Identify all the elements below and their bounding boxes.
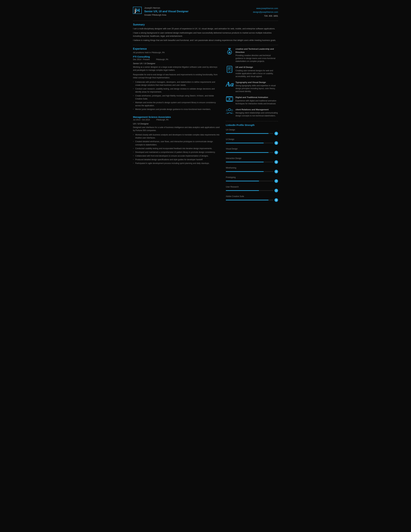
svg-rect-14 bbox=[227, 96, 228, 97]
job-fti-desc1: Working as a senior designer on a large-… bbox=[133, 66, 221, 72]
bar-row-2: Visual Design 9 bbox=[226, 148, 278, 154]
job-fti-bullet-0: Collaborate with product managers, devel… bbox=[133, 81, 221, 87]
header-right: www.josephherron.com design@josephherron… bbox=[253, 6, 278, 18]
bar-track-7: 9 bbox=[226, 198, 278, 202]
summary-text-1: I am a multi-disciplinary designer with … bbox=[133, 27, 278, 30]
job-msa-desc1: Designed user interfaces for a suite of … bbox=[133, 126, 221, 132]
bar-track-5: 7 bbox=[226, 179, 278, 183]
job-msa-bullet-3: Developed and maintained a comprehensive… bbox=[133, 151, 221, 154]
bar-badge-0: 9 bbox=[274, 132, 278, 135]
resume-page: jH Joseph Herron Senior UX, UI and Visua… bbox=[128, 0, 283, 211]
svg-rect-21 bbox=[231, 100, 232, 101]
job-fti-desc2: Responsible for end-to-end design of new… bbox=[133, 73, 221, 79]
bar-fill-4 bbox=[226, 171, 264, 172]
bar-badge-3: 8 bbox=[274, 160, 278, 164]
bar-fill-3 bbox=[226, 162, 264, 162]
skill-client: client Relations and Management Managing… bbox=[226, 108, 278, 117]
svg-rect-20 bbox=[230, 100, 230, 101]
header-location: Greater Pittsburgh Area bbox=[144, 14, 188, 16]
job-msa-company[interactable]: Management Science Associates bbox=[133, 116, 221, 118]
bar-label-2: Visual Design bbox=[226, 148, 278, 150]
header-divider bbox=[133, 21, 278, 21]
bar-fill-0 bbox=[226, 133, 269, 134]
job-msa-role: UX / UI Designer bbox=[133, 123, 221, 125]
bar-label-6: User Research bbox=[226, 186, 278, 188]
film-icon bbox=[226, 96, 233, 104]
bar-row-5: Prototyping 7 bbox=[226, 176, 278, 183]
job-fti: FTI Consulting Dec 2014 - Present Pittsb… bbox=[133, 55, 221, 111]
bar-fill-5 bbox=[226, 181, 259, 181]
svg-rect-4 bbox=[228, 48, 231, 49]
job-fti-meta: Dec 2014 - Present Pittsburgh, PA bbox=[133, 58, 221, 61]
summary-title: Summary bbox=[133, 23, 278, 26]
right-column: creative and Technical Leadership and Di… bbox=[226, 48, 278, 205]
bar-row-3: Interaction Design 8 bbox=[226, 157, 278, 164]
skill-ux: UX and UI Design Creating user-centered … bbox=[226, 66, 278, 78]
bar-label-7: Adobe Creative Suite bbox=[226, 195, 278, 198]
bar-track-1: 8 bbox=[226, 141, 278, 145]
job-fti-company[interactable]: FTI Consulting bbox=[133, 55, 221, 58]
bar-row-0: UX Design 9 bbox=[226, 129, 278, 135]
bars-title: LinkedIn Profile Strength bbox=[226, 124, 278, 126]
header-email[interactable]: design@josephherron.com bbox=[253, 10, 278, 14]
job-msa-bullet-2: Conducted usability testing and incorpor… bbox=[133, 147, 221, 150]
skill-leadership-desc: Providing creative direction and technic… bbox=[235, 54, 278, 63]
skill-animation-text: Digital and Traditional Animation Experi… bbox=[235, 96, 278, 105]
bars-section: LinkedIn Profile Strength UX Design 9 UI… bbox=[226, 124, 278, 202]
summary-text-3: I believe in making things that are both… bbox=[133, 39, 278, 42]
skill-client-desc: Managing client relationships and commun… bbox=[235, 111, 278, 117]
header-website[interactable]: www.josephherron.com bbox=[253, 6, 278, 10]
bar-track-0: 9 bbox=[226, 132, 278, 135]
bar-badge-6: 7 bbox=[274, 189, 278, 192]
skill-ux-title: UX and UI Design bbox=[235, 66, 278, 69]
bar-fill-2 bbox=[226, 152, 269, 153]
skill-ux-desc: Creating user-centered designs for web a… bbox=[235, 69, 278, 78]
svg-rect-19 bbox=[228, 100, 229, 101]
main-layout: Experience All positions held in Pittsbu… bbox=[133, 48, 278, 205]
header-left: jH Joseph Herron Senior UX, UI and Visua… bbox=[133, 6, 188, 16]
logo-j: j bbox=[135, 7, 136, 13]
svg-rect-15 bbox=[228, 96, 229, 97]
job-msa-meta: Jul 2013 - Oct 2014 Pittsburgh, PA bbox=[133, 119, 221, 121]
bar-track-2: 9 bbox=[226, 151, 278, 154]
header: jH Joseph Herron Senior UX, UI and Visua… bbox=[133, 6, 278, 18]
job-msa-bullet-4: Collaborated with front-end developers t… bbox=[133, 154, 221, 158]
job-msa-bullets: Worked closely with business analysts an… bbox=[133, 133, 221, 165]
job-msa-bullet-5: Produced detailed design specifications … bbox=[133, 158, 221, 161]
job-fti-date: Dec 2014 - Present bbox=[133, 58, 149, 61]
bar-fill-wrap-2 bbox=[226, 152, 273, 153]
job-fti-role: Senior UX / UI Designer bbox=[133, 62, 221, 65]
svg-rect-18 bbox=[227, 100, 228, 101]
skill-ux-text: UX and UI Design Creating user-centered … bbox=[235, 66, 278, 78]
skill-client-title: client Relations and Management bbox=[235, 108, 278, 111]
bar-badge-7: 9 bbox=[274, 198, 278, 202]
bar-fill-wrap-3 bbox=[226, 162, 273, 162]
summary-divider bbox=[133, 45, 278, 45]
job-msa-date: Jul 2013 - Oct 2014 bbox=[133, 119, 150, 121]
bar-row-4: Wireframing 8 bbox=[226, 167, 278, 173]
bar-track-4: 8 bbox=[226, 170, 278, 173]
job-msa-bullet-6: Participated in agile development proces… bbox=[133, 162, 221, 165]
summary-text-2: I have a strong background in user-cente… bbox=[133, 31, 278, 38]
bar-fill-wrap-7 bbox=[226, 200, 273, 200]
skills-icons-section: creative and Technical Leadership and Di… bbox=[226, 48, 278, 117]
bar-row-7: Adobe Creative Suite 9 bbox=[226, 195, 278, 202]
header-phone: 724. 433. 1831 bbox=[253, 14, 278, 18]
job-fti-bullet-4: Mentor junior designers and provide desi… bbox=[133, 108, 221, 111]
skills-bars-divider bbox=[226, 121, 278, 121]
job-fti-bullet-1: Conduct user research, usability testing… bbox=[133, 87, 221, 94]
bar-row-6: User Research 7 bbox=[226, 186, 278, 192]
header-title: Senior UX, UI and Visual Designer bbox=[144, 10, 188, 13]
bar-badge-1: 8 bbox=[274, 141, 278, 145]
svg-point-25 bbox=[231, 109, 233, 111]
svg-marker-1 bbox=[228, 51, 231, 54]
bar-fill-wrap-6 bbox=[226, 190, 273, 191]
bar-fill-7 bbox=[226, 200, 269, 200]
skill-typography-title: Typography and Visual Design bbox=[235, 81, 278, 84]
header-name-block: Joseph Herron Senior UX, UI and Visual D… bbox=[144, 6, 188, 16]
bar-label-1: UI Design bbox=[226, 138, 278, 140]
bar-track-3: 8 bbox=[226, 160, 278, 164]
experience-title: Experience bbox=[133, 48, 221, 50]
bar-fill-6 bbox=[226, 190, 259, 191]
bar-badge-5: 7 bbox=[274, 179, 278, 183]
